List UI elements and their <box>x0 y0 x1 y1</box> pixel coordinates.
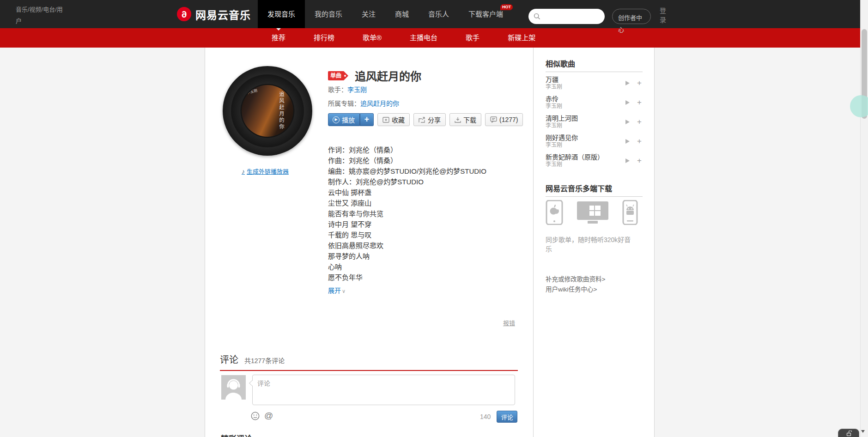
add-song-icon[interactable]: + <box>637 137 642 145</box>
search-box[interactable] <box>528 9 605 24</box>
search-icon <box>534 13 540 20</box>
comments-count: 共1277条评论 <box>244 356 285 365</box>
play-icon: ▶ <box>333 116 340 123</box>
similar-song-title[interactable]: 万疆 <box>546 76 562 84</box>
report-error-link[interactable]: 报错 <box>503 318 515 327</box>
play-button[interactable]: ▶ 播放 <box>328 113 360 126</box>
top-nav-item[interactable]: 下载客户端 HOT <box>459 0 513 28</box>
play-song-icon[interactable] <box>625 139 630 144</box>
add-song-icon[interactable]: + <box>637 79 642 87</box>
lyric-line: 尘世又 添座山 <box>328 198 527 208</box>
emoji-icon[interactable] <box>251 412 260 420</box>
lyric-line: 制作人：刘兆伦@灼梦STUDIO <box>328 176 527 187</box>
lyric-line: 那寻梦的人呐 <box>328 251 527 261</box>
top-nav-item[interactable]: 我的音乐 <box>305 0 352 28</box>
sub-nav-menu: 推荐 排行榜 歌单® 主播电台 歌手 新碟上架 <box>272 28 535 48</box>
lyric-line: 愿不负年华 <box>328 272 527 283</box>
similar-song-artist: 李玉刚 <box>546 161 604 168</box>
play-song-icon[interactable] <box>625 81 630 85</box>
corner-caret-icon <box>861 430 865 433</box>
similar-song-row: 新贵妃醉酒（原版） 李玉刚 + <box>546 153 643 168</box>
generate-outlink-player-link[interactable]: ♪ 生成外链播放器 <box>242 167 289 176</box>
similar-song-title[interactable]: 新贵妃醉酒（原版） <box>546 153 604 161</box>
share-button[interactable]: 分享 <box>413 113 446 126</box>
similar-song-artist: 李玉刚 <box>546 122 578 129</box>
expand-lyrics-link[interactable]: 展开∨ <box>328 285 346 295</box>
music-note-icon: ♪ <box>242 168 245 175</box>
lyric-line: 依旧高悬照尽悲欢 <box>328 240 527 251</box>
download-icon <box>455 117 461 123</box>
top-nav-item[interactable]: 商城 <box>385 0 419 28</box>
sub-nav-item[interactable]: 歌单® <box>363 28 382 48</box>
album-cover-signature: 李玉刚 <box>246 88 258 95</box>
share-icon <box>419 117 425 123</box>
song-title: 追风赶月的你 <box>355 67 421 84</box>
add-to-playlist-button[interactable]: + <box>360 113 374 126</box>
album-link[interactable]: 追风赶月的你 <box>360 100 399 107</box>
wiki-links: 补充或修改歌曲资料> 用户wiki任务中心> <box>546 274 643 295</box>
sub-nav-item[interactable]: 主播电台 <box>410 28 437 48</box>
add-song-icon[interactable]: + <box>637 98 642 106</box>
single-type-badge: 单曲 <box>328 71 348 80</box>
screen: 6 网易云音乐 发现音乐 我的音乐 关注 <box>0 0 868 437</box>
wiki-link[interactable]: 补充或修改歌曲资料> <box>546 274 643 285</box>
sub-navbar: 推荐 排行榜 歌单® 主播电台 歌手 新碟上架 <box>0 28 868 48</box>
brand-title: 网易云音乐 <box>195 6 251 22</box>
action-buttons: ▶ 播放 + 收藏 分享 下载 (1277) <box>328 113 523 126</box>
avatar-person-icon <box>221 375 246 400</box>
lyric-line: 云中仙 掷杯盏 <box>328 187 527 198</box>
main-content: 李玉刚 追风赶月的你 ♪ 生成外链播放器 单曲 追风赶月的你 歌手：李玉刚 所属… <box>205 48 655 437</box>
similar-song-title[interactable]: 刚好遇见你 <box>546 134 578 142</box>
multi-device-download-heading: 网易云音乐多端下载 <box>546 182 643 197</box>
lyric-line: 能否有幸与你共览 <box>328 208 527 219</box>
artist-link[interactable]: 李玉刚 <box>347 86 367 93</box>
comment-icon <box>490 116 497 123</box>
windows-pc-download-icon[interactable] <box>576 200 609 225</box>
download-button[interactable]: 下载 <box>449 113 481 126</box>
comment-count-button[interactable]: (1277) <box>485 113 523 126</box>
mention-icon[interactable]: @ <box>264 411 273 421</box>
comment-submit-button[interactable]: 评论 <box>497 411 517 423</box>
brand-logo[interactable]: 6 网易云音乐 <box>177 0 251 28</box>
comment-tools: @ <box>251 411 273 421</box>
android-download-icon[interactable] <box>622 200 638 225</box>
similar-song-title[interactable]: 赤伶 <box>546 95 562 103</box>
login-link[interactable]: 登录 <box>660 6 667 24</box>
album-art-vinyl: 李玉刚 追风赶月的你 <box>223 66 312 156</box>
similar-song-row: 刚好遇见你 李玉刚 + <box>546 134 643 149</box>
add-song-icon[interactable]: + <box>637 118 642 126</box>
comment-textarea[interactable] <box>252 375 515 405</box>
add-song-icon[interactable]: + <box>637 157 642 164</box>
creator-center-label: 创作者中心 <box>618 12 644 36</box>
unlock-icon <box>846 431 852 436</box>
top-nav-label: 商城 <box>395 10 409 18</box>
wiki-link[interactable]: 用户wiki任务中心> <box>546 285 643 295</box>
top-nav-item[interactable]: 音乐人 <box>419 0 459 28</box>
iphone-download-icon[interactable] <box>546 200 563 225</box>
favorite-button[interactable]: 收藏 <box>377 113 410 126</box>
sub-nav-item[interactable]: 排行榜 <box>314 28 334 48</box>
top-nav-menu: 发现音乐 我的音乐 关注 商城 <box>258 0 513 28</box>
album-row: 所属专辑：追风赶月的你 <box>328 98 399 108</box>
vertical-scrollbar[interactable] <box>860 0 868 437</box>
artist-row: 歌手：李玉刚 <box>328 85 367 94</box>
sub-nav-item[interactable]: 新碟上架 <box>508 28 535 48</box>
top-nav-item[interactable]: 关注 <box>352 0 385 28</box>
top-nav-item[interactable]: 发现音乐 <box>258 0 305 28</box>
similar-song-artist: 李玉刚 <box>546 103 562 110</box>
lyric-line: 心呐 <box>328 261 527 272</box>
sub-nav-item[interactable]: 歌手 <box>466 28 480 48</box>
chevron-down-icon: ∨ <box>342 288 346 294</box>
play-song-icon[interactable] <box>625 120 630 124</box>
similar-song-title[interactable]: 清明上河图 <box>546 115 578 122</box>
lyric-line: 作词：刘兆伦（情桑） <box>328 145 527 155</box>
play-song-icon[interactable] <box>625 100 630 105</box>
player-lock-tab[interactable] <box>838 429 859 437</box>
similar-song-artist: 李玉刚 <box>546 142 578 149</box>
similar-song-artist: 李玉刚 <box>546 84 562 91</box>
album-cover-caption: 追风赶月的你 <box>278 91 285 130</box>
sub-nav-item[interactable]: 推荐 <box>272 28 285 48</box>
top-nav-label: 关注 <box>362 10 376 18</box>
play-song-icon[interactable] <box>625 158 630 163</box>
song-header: 单曲 追风赶月的你 <box>328 67 421 84</box>
